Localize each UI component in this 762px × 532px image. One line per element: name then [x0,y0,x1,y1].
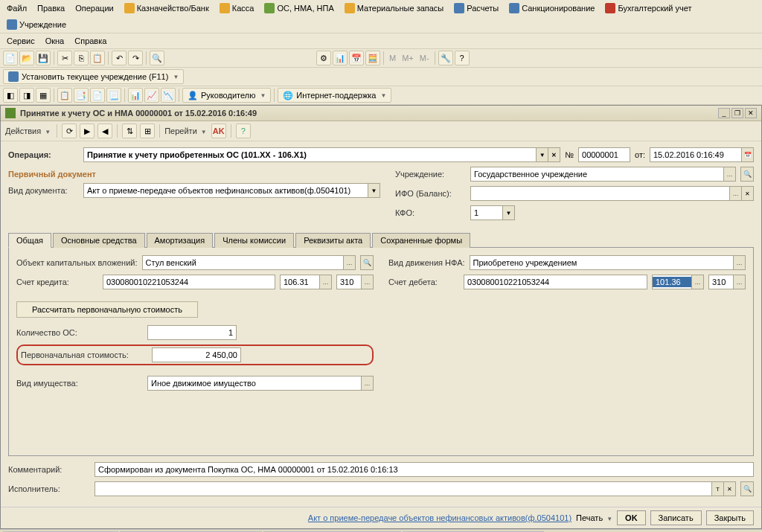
tool-icon[interactable]: 🧮 [365,51,380,65]
print-form-link[interactable]: Акт о приеме-передаче объектов нефинансо… [308,513,572,522]
calendar-icon[interactable]: 📅 [741,148,753,161]
ellipsis-icon[interactable]: … [361,376,373,390]
nav-icon[interactable]: ◨ [19,88,34,103]
search-icon[interactable]: 🔍 [740,167,754,182]
actions-menu[interactable]: Действия ▼ [5,126,51,135]
ifo-select[interactable]: … ✕ [470,186,754,201]
copy-icon[interactable]: ⎘ [74,51,89,65]
initial-cost-input[interactable] [152,347,241,362]
movement-select[interactable]: Приобретено учреждением … [470,255,746,270]
tab-saved[interactable]: Сохраненные формы [372,233,470,248]
menu-operations[interactable]: Операции [71,1,117,15]
structure-icon[interactable]: ⊞ [140,124,155,138]
nav-icon[interactable]: ◧ [3,88,18,103]
tool-icon[interactable]: ⚙ [316,51,331,65]
report-icon[interactable]: 📊 [128,88,143,103]
ellipsis-icon[interactable]: … [733,275,745,289]
menu-accounting[interactable]: Бухгалтерский учет [601,1,695,15]
credit-sub1-select[interactable]: 106.31 … [280,275,332,289]
credit-sub2-select[interactable]: 310 … [336,275,374,289]
debit-sub2-select[interactable]: 310 … [708,275,746,289]
doctype-select[interactable]: Акт о приеме-передаче объектов нефинансо… [83,183,380,198]
ellipsis-icon[interactable]: … [723,167,735,181]
new-icon[interactable]: 📄 [3,51,18,65]
search-icon[interactable]: 🔍 [740,481,754,496]
ok-button[interactable]: OK [617,510,646,525]
print-menu[interactable]: Печать ▼ [576,513,612,522]
tool-icon[interactable]: 📅 [349,51,364,65]
maximize-button[interactable]: ❐ [731,108,743,118]
clear-icon[interactable]: ✕ [723,482,735,496]
list-icon[interactable]: 📑 [74,88,89,103]
credit-account-input[interactable] [103,275,275,289]
menu-edit[interactable]: Правка [33,1,68,15]
comment-input[interactable] [95,462,754,477]
calculate-cost-button[interactable]: Рассчитать первоначальную стоимость [16,301,198,318]
operation-select[interactable]: Принятие к учету приобретенных ОС (101.X… [83,147,560,162]
menu-treasury[interactable]: Казначейство/Банк [121,1,213,15]
save-icon[interactable]: 💾 [36,51,51,65]
find-icon[interactable]: 🔍 [150,51,164,65]
type-icon[interactable]: T [711,482,723,496]
tab-amort[interactable]: Амортизация [147,233,214,248]
debit-sub1-select[interactable]: 101.36 … [652,275,704,289]
help-icon[interactable]: ? [455,51,470,65]
ellipsis-icon[interactable]: … [729,187,741,200]
report-icon[interactable]: 📉 [161,88,176,103]
number-input[interactable] [578,147,630,162]
goto-menu[interactable]: Перейти ▼ [164,126,207,135]
menu-windows[interactable]: Окна [42,35,68,47]
list-icon[interactable]: 📋 [57,88,72,103]
ellipsis-icon[interactable]: … [361,275,373,289]
menu-os[interactable]: ОС, НМА, НПА [260,1,337,15]
clear-icon[interactable]: ✕ [741,187,753,200]
institution-select[interactable]: Государственное учреждение … [470,167,736,182]
tool-icon[interactable]: 🔧 [438,51,453,65]
nav-icon[interactable]: ▦ [36,88,51,103]
object-select[interactable]: Стул венский … [142,255,356,270]
clear-icon[interactable]: ✕ [548,148,560,161]
set-institution-button[interactable]: Установить текущее учреждение (F11)▼ [3,69,184,84]
minimize-button[interactable]: _ [718,108,730,118]
tab-os[interactable]: Основные средства [53,233,145,248]
open-icon[interactable]: 📂 [19,51,34,65]
menu-calc[interactable]: Расчеты [450,1,502,15]
movements-icon[interactable]: ⇅ [122,124,137,138]
help-icon[interactable]: ? [236,124,251,138]
paste-icon[interactable]: 📋 [90,51,105,65]
date-input[interactable]: 15.02.2016 0:16:49 📅 [650,147,754,162]
ellipsis-icon[interactable]: … [691,275,703,289]
dropdown-icon[interactable]: ▼ [368,184,380,197]
tool-icon[interactable]: 📊 [333,51,348,65]
kfo-select[interactable]: 1 ▼ [470,205,515,220]
support-menu[interactable]: 🌐 Интернет-поддержка▼ [278,88,391,103]
unpost-icon[interactable]: ◀ [97,124,112,138]
ellipsis-icon[interactable]: … [319,275,331,289]
tab-general[interactable]: Общая [8,233,51,248]
undo-icon[interactable]: ↶ [112,51,127,65]
tab-reqs[interactable]: Реквизиты акта [295,233,371,248]
ellipsis-icon[interactable]: … [343,256,355,269]
manager-menu[interactable]: 👤 Руководителю▼ [182,88,271,103]
ellipsis-icon[interactable]: … [733,256,745,269]
ak-icon[interactable]: AK [211,124,226,138]
quantity-input[interactable] [147,325,237,340]
executor-select[interactable]: T ✕ [95,481,736,496]
menu-sanction[interactable]: Санкционирование [505,1,598,15]
close-button[interactable]: Закрыть [706,510,754,525]
menu-institution[interactable]: Учреждение [3,18,70,31]
menu-materials[interactable]: Материальные запасы [341,1,448,15]
close-button[interactable]: ✕ [745,108,757,118]
property-select[interactable]: Иное движимое имущество … [147,376,374,391]
menu-service[interactable]: Сервис [3,35,39,47]
cut-icon[interactable]: ✂ [57,51,72,65]
debit-account-input[interactable] [464,275,647,289]
list-icon[interactable]: 📄 [90,88,105,103]
report-icon[interactable]: 📈 [144,88,159,103]
save-button[interactable]: Записать [650,510,702,525]
menu-help[interactable]: Справка [71,35,110,47]
tab-members[interactable]: Члены комиссии [214,233,294,248]
menu-cash[interactable]: Касса [216,1,258,15]
redo-icon[interactable]: ↷ [128,51,143,65]
search-icon[interactable]: 🔍 [360,255,374,270]
